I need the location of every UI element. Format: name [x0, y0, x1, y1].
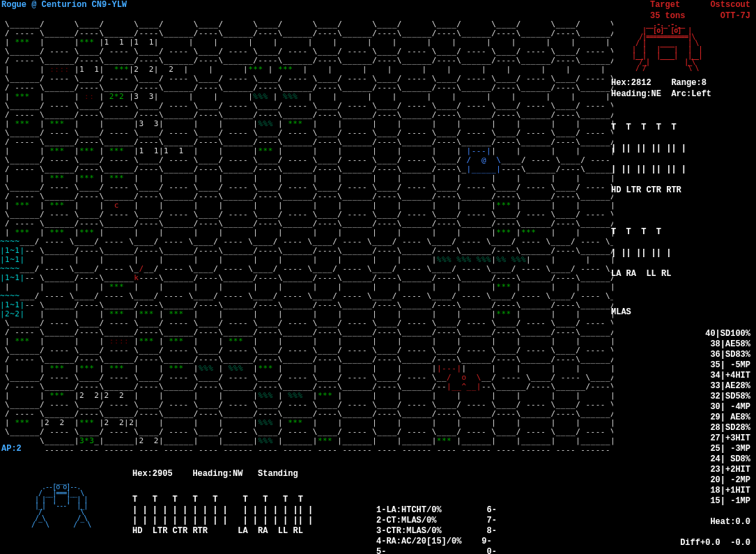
- weapon-slot-6[interactable]: 6-: [486, 505, 496, 515]
- weapon-slot-2[interactable]: 2-CT:MLAS/0%: [376, 516, 436, 525]
- target-stats: Hex:2812 Range:8 Heading:NE Arc:Left: [611, 78, 750, 100]
- target-armor-diagram: T T T T T | || || || || | | || || || || …: [611, 112, 750, 300]
- weapon-slot-9[interactable]: 9-: [481, 537, 491, 546]
- title-bar: Rogue @ Centurion CN9-YLW Target Ostscou…: [0, 0, 756, 10]
- enemy-mech-icon: __.-._.-.__ | [o] [o] | /|============|\…: [632, 21, 750, 71]
- weapon-slot-3[interactable]: 3-CTR:MLAS/0%: [376, 526, 442, 536]
- player-mech-title: Rogue @ Centurion CN9-YLW: [1, 0, 127, 11]
- hex-map[interactable]: \______/ \____/ \____/ \____/ \____/ \__…: [0, 10, 613, 456]
- weapon-slot-7[interactable]: 7-: [486, 516, 496, 525]
- weapon-list[interactable]: 1-LA:HTCHT/0% 6- 2-CT:MLAS/0% 7- 3-CTR:M…: [376, 495, 547, 554]
- player-mech-icon: ___ .--[o o]--. / __|===|__ \ | | | | | …: [28, 477, 91, 528]
- player-armor-diagram: T T T T T T T T T | | | | | | | | | | | …: [132, 484, 313, 547]
- weapon-slot-1[interactable]: 1-LA:HTCHT/0%: [376, 505, 442, 515]
- heat-effects-table: 40|SD100% 38|AE58% 36|SD83% 35| -5MP 34|…: [680, 329, 750, 548]
- player-panel: AP:2 ___ .--[o o]--. / __|===|__ \ | | |…: [0, 456, 613, 554]
- weapon-slot-0[interactable]: 0-: [486, 547, 496, 554]
- weapon-slot-4[interactable]: 4-RA:AC/20[15]/0%: [376, 537, 461, 546]
- target-panel: __.-._.-.__ | [o] [o] | /|============|\…: [611, 21, 750, 318]
- weapon-slot-5[interactable]: 5-: [376, 547, 386, 554]
- action-points: AP:2: [1, 444, 22, 455]
- target-weapons: MLAS: [611, 307, 750, 318]
- player-stats: Hex:2905 Heading:NW Standing: [132, 469, 298, 480]
- diff-readout: Diff+0.0 -0.0: [680, 538, 750, 548]
- heat-readout: Heat:0.0: [680, 517, 750, 528]
- target-mech-title: Target Ostscout 35 tons OTT-7J: [650, 0, 750, 22]
- weapon-slot-8[interactable]: 8-: [486, 526, 496, 536]
